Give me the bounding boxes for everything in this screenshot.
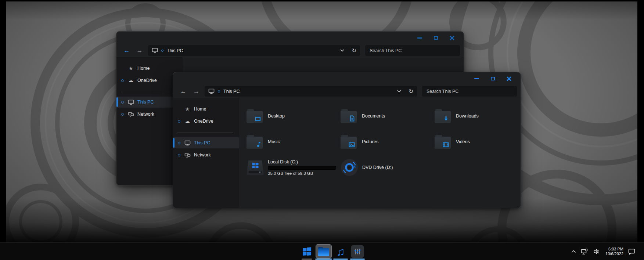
minimize-icon	[474, 78, 479, 79]
close-button[interactable]	[505, 75, 512, 82]
taskbar: ♫ 6:	[0, 242, 644, 260]
start-button[interactable]	[298, 243, 315, 260]
sidebar-item-network[interactable]: Network	[173, 149, 239, 160]
file-explorer-window-front[interactable]: ← → This PC ↻ ★ Home ☁ OneDrive	[173, 72, 521, 208]
breadcrumb-separator-icon	[218, 90, 220, 93]
expand-chevron-icon[interactable]	[178, 142, 180, 144]
navigation-toolbar: ← → This PC ↻	[173, 85, 521, 98]
search-box[interactable]	[422, 86, 517, 97]
expand-chevron-icon[interactable]	[121, 79, 124, 82]
file-explorer-icon	[318, 247, 329, 256]
drive-label: DVD Drive (D:)	[362, 165, 393, 170]
this-pc-icon	[208, 89, 215, 94]
equalizer-app-taskbar-button[interactable]	[349, 243, 366, 260]
minimize-button[interactable]	[473, 75, 480, 82]
drive-item-local-disk-c[interactable]: Local Disk (C:) 35.0 GB free of 59.3 GB	[247, 159, 341, 176]
sidebar-item-label: Network	[137, 112, 154, 117]
system-tray: 6:03 PM 10/6/2022	[571, 243, 635, 260]
hard-drive-icon	[247, 160, 264, 175]
folder-item-label: Downloads	[456, 113, 479, 119]
windows-logo-icon	[252, 163, 258, 168]
navigation-pane: ★ Home ☁ OneDrive This PC	[173, 98, 239, 208]
expand-chevron-icon[interactable]	[178, 120, 180, 123]
back-button[interactable]: ←	[122, 47, 131, 54]
navigation-toolbar: ← → This PC ↻	[116, 44, 464, 57]
network-status-icon[interactable]	[581, 249, 589, 255]
maximize-icon	[491, 77, 495, 80]
sidebar-item-label: Home	[194, 106, 206, 112]
breadcrumb-separator-icon	[161, 50, 163, 52]
file-explorer-taskbar-button[interactable]	[315, 243, 332, 260]
address-bar[interactable]: This PC ↻	[148, 45, 360, 56]
videos-folder-icon	[435, 135, 451, 149]
home-icon: ★	[184, 106, 191, 112]
forward-button[interactable]: →	[192, 88, 201, 94]
chevron-down-icon[interactable]	[397, 90, 401, 93]
this-pc-icon	[152, 48, 158, 53]
expand-chevron-icon[interactable]	[121, 113, 124, 116]
forward-button[interactable]: →	[135, 47, 144, 54]
folder-item-videos[interactable]: Videos	[435, 135, 521, 149]
close-icon	[450, 36, 454, 40]
sidebar-item-this-pc[interactable]: This PC	[173, 137, 239, 148]
folder-item-label: Music	[268, 139, 280, 144]
drive-item-dvd-d[interactable]: DVD Drive (D:)	[341, 159, 435, 176]
sidebar-item-label: Network	[194, 152, 211, 158]
maximize-button[interactable]	[432, 35, 439, 41]
clock-date: 10/6/2022	[605, 252, 623, 256]
drive-free-space-text: 35.0 GB free of 59.3 GB	[268, 171, 336, 176]
breadcrumb-location: This PC	[223, 89, 397, 94]
sidebar-item-home[interactable]: ★ Home	[116, 63, 183, 74]
desktop-folder-icon	[247, 109, 263, 123]
folder-item-label: Documents	[362, 113, 385, 119]
music-note-icon: ♫	[336, 246, 345, 257]
search-input[interactable]	[427, 89, 512, 94]
sidebar-item-label: This PC	[194, 140, 210, 145]
sidebar-item-label: OneDrive	[137, 78, 157, 83]
music-folder-icon	[247, 135, 263, 149]
music-app-taskbar-button[interactable]: ♫	[332, 243, 349, 260]
maximize-button[interactable]	[489, 75, 496, 82]
close-button[interactable]	[448, 35, 456, 41]
search-box[interactable]	[365, 45, 460, 56]
maximize-icon	[434, 36, 438, 40]
folder-content-pane: Desktop Documents Downloads	[239, 98, 521, 208]
folder-item-label: Videos	[456, 139, 470, 144]
minimize-button[interactable]	[416, 35, 423, 41]
hidden-icons-chevron-up-icon[interactable]	[571, 250, 576, 253]
search-input[interactable]	[370, 48, 456, 53]
pictures-folder-icon	[341, 135, 357, 149]
refresh-button[interactable]: ↻	[409, 88, 413, 95]
home-icon: ★	[127, 66, 134, 71]
refresh-button[interactable]: ↻	[352, 47, 356, 54]
expand-chevron-icon[interactable]	[121, 101, 124, 104]
folder-item-desktop[interactable]: Desktop	[247, 109, 341, 123]
sidebar-item-label: This PC	[137, 100, 154, 105]
address-bar[interactable]: This PC ↻	[205, 86, 417, 97]
windows-start-icon	[302, 247, 312, 256]
sidebar-item-onedrive[interactable]: ☁ OneDrive	[173, 116, 239, 127]
onedrive-cloud-icon: ☁	[127, 78, 134, 83]
chevron-down-icon[interactable]	[340, 49, 344, 52]
downloads-folder-icon	[435, 109, 451, 123]
folder-item-label: Desktop	[268, 113, 285, 119]
sidebar-item-home[interactable]: ★ Home	[173, 104, 239, 115]
volume-icon[interactable]	[593, 249, 601, 254]
dvd-disc-icon	[341, 159, 358, 176]
notification-center-icon[interactable]	[628, 249, 635, 255]
folder-item-music[interactable]: Music	[247, 135, 341, 149]
breadcrumb-location: This PC	[167, 48, 340, 53]
back-button[interactable]: ←	[179, 88, 188, 94]
titlebar[interactable]	[173, 72, 521, 85]
folder-item-documents[interactable]: Documents	[341, 109, 435, 123]
onedrive-cloud-icon: ☁	[184, 119, 191, 124]
folder-item-downloads[interactable]: Downloads	[435, 109, 521, 123]
drive-label: Local Disk (C:)	[268, 159, 336, 165]
folder-item-pictures[interactable]: Pictures	[341, 135, 435, 149]
expand-chevron-icon[interactable]	[178, 154, 180, 156]
taskbar-clock[interactable]: 6:03 PM 10/6/2022	[605, 247, 623, 256]
clock-time: 6:03 PM	[608, 247, 623, 252]
sidebar-item-label: OneDrive	[194, 119, 213, 124]
folder-item-label: Pictures	[362, 139, 378, 144]
titlebar[interactable]	[116, 32, 464, 44]
